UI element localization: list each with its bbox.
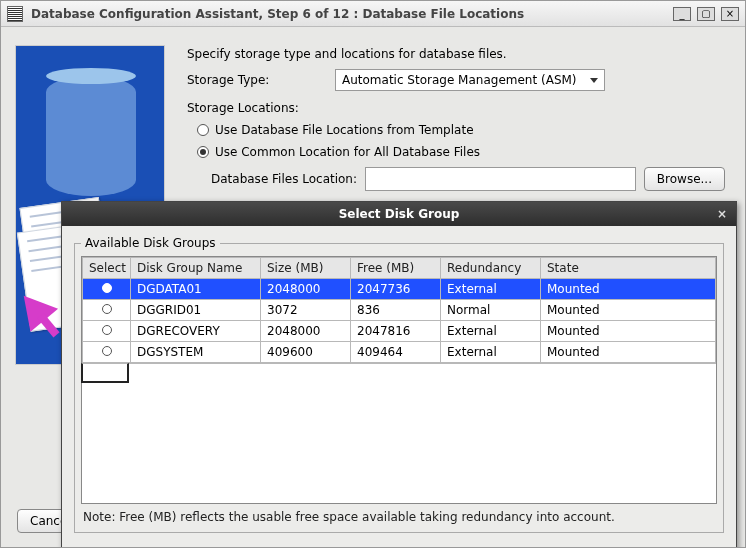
- main-window: Database Configuration Assistant, Step 6…: [0, 0, 746, 548]
- cell-redundancy: External: [441, 342, 541, 363]
- available-disk-groups-group: Available Disk Groups Select Disk Group …: [74, 236, 724, 533]
- radio-icon[interactable]: [102, 325, 112, 335]
- col-state[interactable]: State: [541, 258, 716, 279]
- storage-type-label: Storage Type:: [187, 73, 327, 87]
- cell-free: 2047736: [351, 279, 441, 300]
- group-legend: Available Disk Groups: [81, 236, 220, 250]
- table-empty-cell: [81, 363, 129, 383]
- cell-name: DGGRID01: [131, 300, 261, 321]
- table-header-row: Select Disk Group Name Size (MB) Free (M…: [83, 258, 716, 279]
- app-icon: [7, 6, 23, 22]
- dialog-buttons: OK Cancel: [62, 539, 736, 548]
- select-disk-group-dialog: Select Disk Group × Available Disk Group…: [61, 201, 737, 548]
- cell-size: 2048000: [261, 321, 351, 342]
- window-title: Database Configuration Assistant, Step 6…: [31, 7, 673, 21]
- table-row[interactable]: DGDATA0120480002047736ExternalMounted: [83, 279, 716, 300]
- radio-icon[interactable]: [102, 346, 112, 356]
- row-select-cell[interactable]: [83, 321, 131, 342]
- cell-free: 836: [351, 300, 441, 321]
- table-row[interactable]: DGSYSTEM409600409464ExternalMounted: [83, 342, 716, 363]
- maximize-button[interactable]: ▢: [697, 7, 715, 21]
- close-button[interactable]: ×: [721, 7, 739, 21]
- cylinder-icon: [46, 76, 136, 196]
- db-files-location-input[interactable]: [365, 167, 636, 191]
- cell-redundancy: External: [441, 279, 541, 300]
- col-free[interactable]: Free (MB): [351, 258, 441, 279]
- storage-type-select[interactable]: Automatic Storage Management (ASM): [335, 69, 605, 91]
- close-icon[interactable]: ×: [714, 206, 730, 222]
- window-buttons: _ ▢ ×: [673, 7, 739, 21]
- cell-name: DGSYSTEM: [131, 342, 261, 363]
- cell-state: Mounted: [541, 321, 716, 342]
- row-select-cell[interactable]: [83, 279, 131, 300]
- radio-common-label: Use Common Location for All Database Fil…: [215, 145, 480, 159]
- titlebar: Database Configuration Assistant, Step 6…: [1, 1, 745, 27]
- note-text: Note: Free (MB) reflects the usable free…: [83, 510, 715, 524]
- radio-icon: [197, 124, 209, 136]
- row-select-cell[interactable]: [83, 342, 131, 363]
- cell-size: 2048000: [261, 279, 351, 300]
- cell-free: 409464: [351, 342, 441, 363]
- radio-icon[interactable]: [102, 304, 112, 314]
- storage-type-value: Automatic Storage Management (ASM): [342, 73, 577, 87]
- row-select-cell[interactable]: [83, 300, 131, 321]
- cell-redundancy: External: [441, 321, 541, 342]
- radio-common[interactable]: Use Common Location for All Database Fil…: [197, 145, 725, 159]
- cell-redundancy: Normal: [441, 300, 541, 321]
- browse-button[interactable]: Browse...: [644, 167, 725, 191]
- table-row[interactable]: DGRECOVERY20480002047816ExternalMounted: [83, 321, 716, 342]
- cell-state: Mounted: [541, 279, 716, 300]
- cell-name: DGDATA01: [131, 279, 261, 300]
- db-files-location-label: Database Files Location:: [211, 172, 357, 186]
- table-row[interactable]: DGGRID013072836NormalMounted: [83, 300, 716, 321]
- storage-locations-label: Storage Locations:: [187, 101, 725, 115]
- col-redundancy[interactable]: Redundancy: [441, 258, 541, 279]
- radio-template-label: Use Database File Locations from Templat…: [215, 123, 474, 137]
- radio-template[interactable]: Use Database File Locations from Templat…: [197, 123, 725, 137]
- disk-group-table[interactable]: Select Disk Group Name Size (MB) Free (M…: [81, 256, 717, 504]
- cell-free: 2047816: [351, 321, 441, 342]
- radio-icon: [197, 146, 209, 158]
- cell-size: 3072: [261, 300, 351, 321]
- table-empty-area: [82, 383, 716, 503]
- cell-size: 409600: [261, 342, 351, 363]
- col-name[interactable]: Disk Group Name: [131, 258, 261, 279]
- dialog-title: Select Disk Group: [339, 207, 460, 221]
- intro-text: Specify storage type and locations for d…: [187, 47, 725, 61]
- cell-name: DGRECOVERY: [131, 321, 261, 342]
- col-select[interactable]: Select: [83, 258, 131, 279]
- dialog-titlebar: Select Disk Group ×: [62, 202, 736, 226]
- cell-state: Mounted: [541, 300, 716, 321]
- radio-icon[interactable]: [102, 283, 112, 293]
- chevron-down-icon: [590, 78, 598, 83]
- col-size[interactable]: Size (MB): [261, 258, 351, 279]
- cell-state: Mounted: [541, 342, 716, 363]
- minimize-button[interactable]: _: [673, 7, 691, 21]
